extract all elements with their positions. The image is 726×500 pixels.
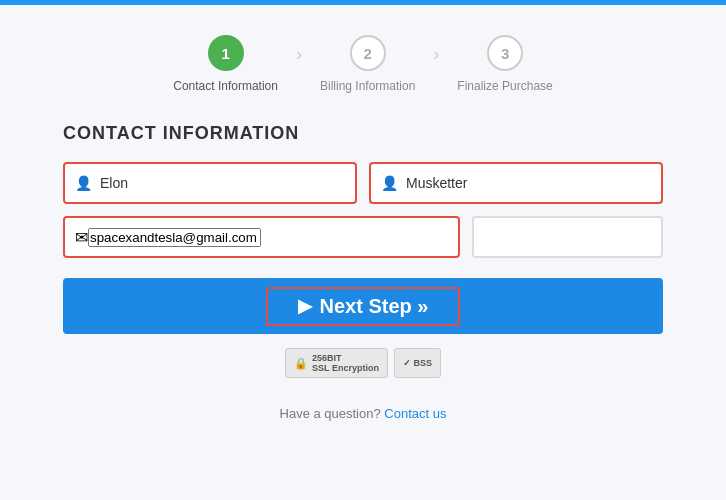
step-1-number: 1 — [221, 45, 229, 62]
first-name-wrapper: 👤 — [63, 162, 357, 204]
step-1-label: Contact Information — [173, 79, 278, 93]
step-2: 2 Billing Information — [320, 35, 415, 93]
extra-field-input[interactable] — [474, 218, 661, 256]
cursor-icon: ▶ — [298, 295, 312, 317]
ssl-badge: 🔒 256BITSSL Encryption — [285, 348, 388, 378]
next-btn-wrapper: ▶ Next Step » — [63, 278, 663, 334]
first-name-input[interactable] — [100, 175, 345, 191]
step-3: 3 Finalize Purchase — [457, 35, 552, 93]
next-step-button[interactable]: ▶ Next Step » — [63, 278, 663, 334]
lock-icon: 🔒 — [294, 357, 308, 370]
last-name-wrapper: 👤 — [369, 162, 663, 204]
step-2-label: Billing Information — [320, 79, 415, 93]
step-2-number: 2 — [363, 45, 371, 62]
last-name-input[interactable] — [406, 175, 651, 191]
step-3-label: Finalize Purchase — [457, 79, 552, 93]
step-1: 1 Contact Information — [173, 35, 278, 93]
ssl-badge-text: 256BITSSL Encryption — [312, 353, 379, 373]
step-3-number: 3 — [501, 45, 509, 62]
security-badges: 🔒 256BITSSL Encryption ✓ BSS — [63, 348, 663, 378]
footer-text: Have a question? — [280, 406, 385, 421]
step-3-circle: 3 — [487, 35, 523, 71]
contact-form: CONTACT INFORMATION 👤 👤 ✉ — [63, 123, 663, 378]
email-icon: ✉ — [75, 228, 88, 247]
user-icon-last: 👤 — [381, 175, 398, 191]
arrow-1: › — [296, 44, 302, 65]
main-container: 1 Contact Information › 2 Billing Inform… — [63, 5, 663, 421]
bss-badge: ✓ BSS — [394, 348, 441, 378]
stepper: 1 Contact Information › 2 Billing Inform… — [63, 35, 663, 93]
step-2-circle: 2 — [350, 35, 386, 71]
arrow-2: › — [433, 44, 439, 65]
bss-badge-text: ✓ BSS — [403, 358, 432, 368]
footer: Have a question? Contact us — [280, 406, 447, 421]
email-input[interactable] — [88, 228, 261, 247]
contact-us-link[interactable]: Contact us — [384, 406, 446, 421]
form-title: CONTACT INFORMATION — [63, 123, 663, 144]
email-row: ✉ — [63, 216, 663, 258]
next-step-label: Next Step » — [320, 295, 429, 318]
next-btn-inner: ▶ Next Step » — [266, 287, 461, 326]
name-row: 👤 👤 — [63, 162, 663, 204]
extra-field-wrapper[interactable] — [472, 216, 663, 258]
user-icon-first: 👤 — [75, 175, 92, 191]
email-wrapper: ✉ — [63, 216, 460, 258]
step-1-circle: 1 — [208, 35, 244, 71]
